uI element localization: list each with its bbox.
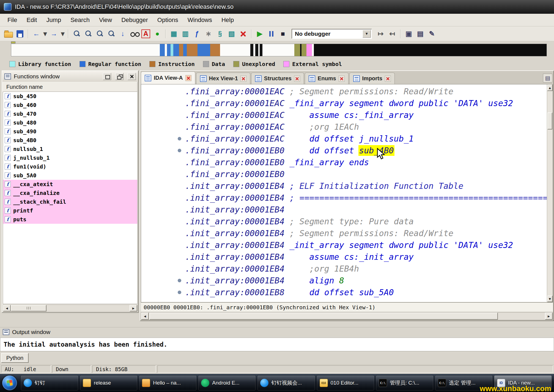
- disassembly-view[interactable]: .fini_array:00001EAC ; Segment permissio…: [141, 84, 553, 302]
- jump-back-icon[interactable]: ←: [31, 28, 42, 39]
- taskbar-item-editor-010[interactable]: 010010 Editor...: [317, 375, 374, 391]
- disasm-line[interactable]: .init_array:00001EB4 align 8: [141, 275, 547, 286]
- restore-icon[interactable]: [103, 73, 111, 80]
- pause-process-icon[interactable]: [266, 28, 277, 39]
- disasm-line[interactable]: .fini_array:00001EAC assume cs:_fini_arr…: [141, 109, 547, 121]
- function-row-sub-480[interactable]: fsub_480: [3, 118, 137, 127]
- output-log-area[interactable]: The initial autoanalysis has been finish…: [0, 338, 554, 351]
- scroll-right-icon[interactable]: ►: [130, 305, 137, 311]
- make-enum-icon[interactable]: §: [215, 28, 226, 39]
- tab-close-icon[interactable]: [339, 76, 345, 82]
- make-name-icon[interactable]: ƒ: [191, 28, 202, 39]
- navband-position-marker[interactable]: [11, 42, 15, 43]
- tab-close-icon[interactable]: [385, 76, 391, 82]
- open-file-icon[interactable]: [3, 28, 14, 39]
- float-icon[interactable]: [115, 73, 124, 80]
- scrollbar-track[interactable]: [11, 305, 130, 311]
- disasm-line[interactable]: .init_array:00001EB4 ; ELF Initializatio…: [141, 180, 547, 192]
- dropdown-arrow-icon[interactable]: ▼: [363, 30, 371, 38]
- menu-file[interactable]: File: [3, 15, 22, 26]
- jump-forward-icon[interactable]: →: [48, 28, 59, 39]
- search-binary-icon[interactable]: [71, 28, 82, 39]
- jump-back-menu-icon[interactable]: ▾: [42, 28, 48, 39]
- menu-options[interactable]: Options: [153, 15, 183, 26]
- disasm-line[interactable]: .fini_array:00001EAC ;org 1EACh: [141, 121, 547, 133]
- start-process-icon[interactable]: ▶: [254, 28, 265, 39]
- disasm-line[interactable]: .fini_array:00001EB0 _fini_array ends: [141, 156, 547, 168]
- navband-segment[interactable]: [165, 44, 167, 56]
- scripts-icon[interactable]: ✎: [426, 28, 437, 39]
- scroll-left-icon[interactable]: ◄: [3, 305, 11, 311]
- save-file-icon[interactable]: [14, 28, 25, 39]
- scroll-left-icon[interactable]: ◄: [141, 313, 149, 320]
- function-row-puts[interactable]: fputs: [3, 215, 137, 224]
- tab-close-icon[interactable]: [294, 76, 300, 82]
- scroll-right-icon[interactable]: ►: [545, 313, 553, 320]
- function-row-sub-460[interactable]: fsub_460: [3, 101, 137, 109]
- search-again-icon[interactable]: [106, 28, 117, 39]
- menu-view[interactable]: View: [94, 15, 117, 26]
- make-code-icon[interactable]: ▦: [168, 28, 179, 39]
- navband-segment[interactable]: [179, 44, 183, 56]
- navband-segment[interactable]: [294, 44, 300, 56]
- menu-debugger[interactable]: Debugger: [117, 15, 153, 26]
- navband-segment[interactable]: [11, 44, 160, 56]
- make-data-icon[interactable]: ▥: [180, 28, 191, 39]
- disasm-line[interactable]: .init_array:00001EB8 dd offset sub_5A0: [141, 286, 547, 298]
- python-cli-button[interactable]: Python: [1, 353, 29, 363]
- navband-segment[interactable]: [306, 44, 312, 56]
- taskbar-item-dingtalk-video[interactable]: 钉钉视频会...: [257, 375, 315, 391]
- functions-window-titlebar[interactable]: Functions window: [2, 71, 138, 82]
- menu-edit[interactable]: Edit: [22, 15, 42, 26]
- edit-function-icon[interactable]: ▧: [226, 28, 237, 39]
- menu-windows[interactable]: Windows: [183, 15, 217, 26]
- scroll-down-icon[interactable]: ▼: [547, 296, 553, 302]
- disasm-line[interactable]: .fini_array:00001EB0 dd offset sub_4B0: [141, 145, 547, 156]
- navband-segment[interactable]: [171, 44, 173, 56]
- navband-segment[interactable]: [262, 44, 294, 56]
- disassembly-horizontal-scrollbar[interactable]: ◄ ►: [141, 312, 553, 320]
- undefine-icon[interactable]: [238, 28, 249, 39]
- names-glasses-icon[interactable]: [129, 28, 140, 39]
- scroll-up-icon[interactable]: ▲: [547, 84, 553, 91]
- scrollbar-thumb[interactable]: [11, 305, 46, 311]
- function-row-printf[interactable]: fprintf: [3, 206, 137, 215]
- navband-segment[interactable]: [160, 44, 165, 56]
- disasm-line[interactable]: .init_array:00001EB4 assume cs:_init_arr…: [141, 251, 547, 263]
- reanalyze-icon[interactable]: ●: [152, 28, 163, 39]
- function-row-j-nullsub-1[interactable]: fj_nullsub_1: [3, 153, 137, 162]
- function-row-fun1-void[interactable]: ffun1(void): [3, 162, 137, 171]
- tab-structures[interactable]: Structures: [251, 73, 304, 84]
- function-row-sub-490[interactable]: fsub_490: [3, 127, 137, 136]
- scrollbar-track[interactable]: [149, 313, 545, 320]
- navband-segment[interactable]: [314, 44, 547, 56]
- functions-horizontal-scrollbar[interactable]: ◄ ►: [3, 305, 138, 312]
- disasm-line[interactable]: .init_array:00001EB4: [141, 204, 547, 216]
- make-struct-icon[interactable]: ∗: [203, 28, 214, 39]
- title-bar[interactable]: IDA - new.so F:\CR37\Android\ELF\04\Hell…: [0, 0, 554, 14]
- function-row-sub-470[interactable]: fsub_470: [3, 109, 137, 118]
- navband-segment[interactable]: [187, 44, 198, 56]
- stop-process-icon[interactable]: ■: [277, 28, 288, 39]
- disasm-line[interactable]: .fini_array:00001EAC dd offset j_nullsub…: [141, 133, 547, 145]
- tab-enums[interactable]: Enums: [305, 73, 349, 84]
- function-row-sub-4b0[interactable]: fsub_4B0: [3, 136, 137, 145]
- debugger-select[interactable]: No debugger▼: [292, 29, 372, 39]
- function-row-cxa-finalize[interactable]: f__cxa_finalize: [3, 189, 137, 197]
- desktops-icon[interactable]: ▤: [415, 28, 426, 39]
- navband-segment[interactable]: [260, 44, 262, 56]
- disassembly-vertical-scrollbar[interactable]: ▲ ▼: [547, 84, 553, 302]
- disasm-line[interactable]: .init_array:00001EB4 ;org 1EB4h: [141, 263, 547, 275]
- attach-process-icon[interactable]: ↦: [375, 28, 386, 39]
- taskbar-item-cmd[interactable]: C:\管理员: C:\...: [376, 375, 434, 391]
- function-row-cxa-atexit[interactable]: f__cxa_atexit: [3, 180, 137, 189]
- problems-icon[interactable]: A: [140, 28, 151, 39]
- menu-search[interactable]: Search: [66, 15, 94, 26]
- disasm-line[interactable]: .init_array:00001EB4 ; Segment type: Pur…: [141, 216, 547, 227]
- taskbar-item-dingtalk[interactable]: 钉钉: [21, 375, 78, 391]
- navband-segment[interactable]: [250, 44, 253, 56]
- search-sequence-icon[interactable]: [94, 28, 105, 39]
- start-button[interactable]: [2, 376, 17, 390]
- function-row-stack-chk-fail[interactable]: f__stack_chk_fail: [3, 197, 137, 206]
- menu-jump[interactable]: Jump: [42, 15, 66, 26]
